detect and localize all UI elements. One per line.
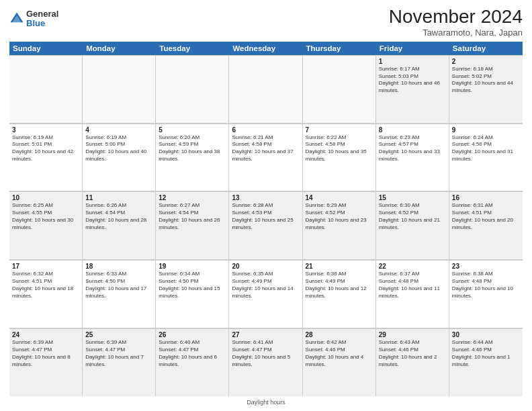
day-info: Sunrise: 6:28 AM Sunset: 4:53 PM Dayligh… [232, 202, 299, 231]
empty-cell [156, 55, 229, 123]
day-number: 23 [452, 263, 520, 270]
day-cell-3: 3Sunrise: 6:19 AM Sunset: 5:01 PM Daylig… [9, 124, 83, 191]
empty-cell [229, 55, 302, 123]
day-number: 24 [12, 331, 79, 338]
day-info: Sunrise: 6:30 AM Sunset: 4:52 PM Dayligh… [379, 202, 446, 231]
day-cell-28: 28Sunrise: 6:42 AM Sunset: 4:46 PM Dayli… [303, 328, 376, 396]
logo-icon [9, 11, 24, 26]
day-number: 19 [159, 263, 226, 270]
empty-cell [83, 55, 156, 123]
day-info: Sunrise: 6:36 AM Sunset: 4:49 PM Dayligh… [306, 271, 373, 300]
day-number: 3 [12, 126, 79, 134]
day-number: 28 [306, 331, 373, 338]
day-number: 8 [379, 126, 446, 134]
header: General Blue November 2024 Tawaramoto, N… [9, 7, 523, 38]
calendar: SundayMondayTuesdayWednesdayThursdayFrid… [9, 42, 523, 396]
day-number: 12 [159, 194, 226, 201]
day-cell-1: 1Sunrise: 6:17 AM Sunset: 5:03 PM Daylig… [376, 55, 449, 123]
day-info: Sunrise: 6:22 AM Sunset: 4:58 PM Dayligh… [306, 134, 373, 163]
empty-cell [303, 55, 376, 123]
location: Tawaramoto, Nara, Japan [389, 28, 523, 38]
footer: Daylight hours [9, 399, 523, 406]
day-number: 4 [85, 126, 152, 134]
week-row-5: 24Sunrise: 6:39 AM Sunset: 4:47 PM Dayli… [9, 328, 523, 396]
day-info: Sunrise: 6:35 AM Sunset: 4:49 PM Dayligh… [232, 271, 299, 300]
day-number: 14 [306, 194, 373, 201]
day-number: 2 [452, 58, 520, 65]
day-info: Sunrise: 6:32 AM Sunset: 4:51 PM Dayligh… [12, 271, 79, 300]
day-number: 22 [379, 263, 446, 270]
day-info: Sunrise: 6:43 AM Sunset: 4:46 PM Dayligh… [379, 339, 446, 368]
page: General Blue November 2024 Tawaramoto, N… [0, 0, 532, 411]
day-info: Sunrise: 6:21 AM Sunset: 4:58 PM Dayligh… [232, 134, 299, 163]
day-info: Sunrise: 6:37 AM Sunset: 4:48 PM Dayligh… [379, 271, 446, 300]
day-number: 15 [379, 194, 446, 201]
day-info: Sunrise: 6:31 AM Sunset: 4:51 PM Dayligh… [452, 202, 520, 231]
day-number: 29 [379, 331, 446, 338]
day-cell-27: 27Sunrise: 6:41 AM Sunset: 4:47 PM Dayli… [229, 328, 302, 396]
day-info: Sunrise: 6:39 AM Sunset: 4:47 PM Dayligh… [12, 339, 79, 368]
logo: General Blue [9, 9, 58, 29]
day-info: Sunrise: 6:44 AM Sunset: 4:46 PM Dayligh… [452, 339, 520, 368]
header-day-wednesday: Wednesday [229, 42, 302, 55]
day-number: 11 [85, 194, 152, 201]
day-cell-13: 13Sunrise: 6:28 AM Sunset: 4:53 PM Dayli… [229, 191, 302, 259]
day-number: 10 [12, 194, 79, 201]
day-info: Sunrise: 6:34 AM Sunset: 4:50 PM Dayligh… [159, 271, 226, 300]
day-cell-4: 4Sunrise: 6:19 AM Sunset: 5:00 PM Daylig… [83, 124, 156, 191]
day-cell-21: 21Sunrise: 6:36 AM Sunset: 4:49 PM Dayli… [303, 260, 376, 328]
day-cell-15: 15Sunrise: 6:30 AM Sunset: 4:52 PM Dayli… [376, 191, 449, 259]
day-number: 1 [379, 58, 446, 65]
week-row-4: 17Sunrise: 6:32 AM Sunset: 4:51 PM Dayli… [9, 260, 523, 328]
day-number: 25 [85, 331, 152, 338]
day-number: 9 [452, 126, 520, 134]
day-number: 20 [232, 263, 299, 270]
day-cell-30: 30Sunrise: 6:44 AM Sunset: 4:46 PM Dayli… [449, 328, 523, 396]
day-cell-9: 9Sunrise: 6:24 AM Sunset: 4:56 PM Daylig… [449, 124, 523, 191]
day-number: 6 [232, 126, 299, 134]
logo-blue: Blue [26, 19, 58, 28]
day-cell-6: 6Sunrise: 6:21 AM Sunset: 4:58 PM Daylig… [229, 124, 302, 191]
day-info: Sunrise: 6:29 AM Sunset: 4:52 PM Dayligh… [306, 202, 373, 231]
day-info: Sunrise: 6:39 AM Sunset: 4:47 PM Dayligh… [85, 339, 152, 368]
header-day-sunday: Sunday [9, 42, 83, 55]
day-info: Sunrise: 6:20 AM Sunset: 4:59 PM Dayligh… [159, 134, 226, 163]
logo-text: General Blue [26, 9, 58, 29]
header-day-friday: Friday [376, 42, 449, 55]
day-cell-29: 29Sunrise: 6:43 AM Sunset: 4:46 PM Dayli… [376, 328, 449, 396]
day-info: Sunrise: 6:19 AM Sunset: 5:01 PM Dayligh… [12, 134, 79, 163]
day-number: 16 [452, 194, 520, 201]
calendar-body: 1Sunrise: 6:17 AM Sunset: 5:03 PM Daylig… [9, 55, 523, 396]
day-number: 7 [306, 126, 373, 134]
header-day-tuesday: Tuesday [156, 42, 229, 55]
footer-text: Daylight hours [247, 399, 285, 406]
day-info: Sunrise: 6:42 AM Sunset: 4:46 PM Dayligh… [306, 339, 373, 368]
month-title: November 2024 [389, 7, 523, 28]
title-block: November 2024 Tawaramoto, Nara, Japan [389, 7, 523, 38]
day-info: Sunrise: 6:27 AM Sunset: 4:54 PM Dayligh… [159, 202, 226, 231]
day-info: Sunrise: 6:17 AM Sunset: 5:03 PM Dayligh… [379, 66, 446, 95]
day-info: Sunrise: 6:26 AM Sunset: 4:54 PM Dayligh… [85, 202, 152, 231]
empty-cell [9, 55, 83, 123]
day-number: 30 [452, 331, 520, 338]
day-cell-17: 17Sunrise: 6:32 AM Sunset: 4:51 PM Dayli… [9, 260, 83, 328]
week-row-3: 10Sunrise: 6:25 AM Sunset: 4:55 PM Dayli… [9, 191, 523, 260]
day-info: Sunrise: 6:41 AM Sunset: 4:47 PM Dayligh… [232, 339, 299, 368]
day-info: Sunrise: 6:25 AM Sunset: 4:55 PM Dayligh… [12, 202, 79, 231]
day-cell-11: 11Sunrise: 6:26 AM Sunset: 4:54 PM Dayli… [83, 191, 156, 259]
day-cell-26: 26Sunrise: 6:40 AM Sunset: 4:47 PM Dayli… [156, 328, 229, 396]
day-cell-12: 12Sunrise: 6:27 AM Sunset: 4:54 PM Dayli… [156, 191, 229, 259]
header-day-saturday: Saturday [449, 42, 523, 55]
day-cell-16: 16Sunrise: 6:31 AM Sunset: 4:51 PM Dayli… [449, 191, 523, 259]
day-cell-24: 24Sunrise: 6:39 AM Sunset: 4:47 PM Dayli… [9, 328, 83, 396]
header-day-thursday: Thursday [303, 42, 376, 55]
day-cell-8: 8Sunrise: 6:23 AM Sunset: 4:57 PM Daylig… [376, 124, 449, 191]
day-cell-7: 7Sunrise: 6:22 AM Sunset: 4:58 PM Daylig… [303, 124, 376, 191]
header-day-monday: Monday [83, 42, 156, 55]
day-number: 18 [85, 263, 152, 270]
day-cell-5: 5Sunrise: 6:20 AM Sunset: 4:59 PM Daylig… [156, 124, 229, 191]
day-number: 5 [159, 126, 226, 134]
day-cell-18: 18Sunrise: 6:33 AM Sunset: 4:50 PM Dayli… [83, 260, 156, 328]
logo-general: General [26, 9, 58, 19]
week-row-1: 1Sunrise: 6:17 AM Sunset: 5:03 PM Daylig… [9, 55, 523, 124]
